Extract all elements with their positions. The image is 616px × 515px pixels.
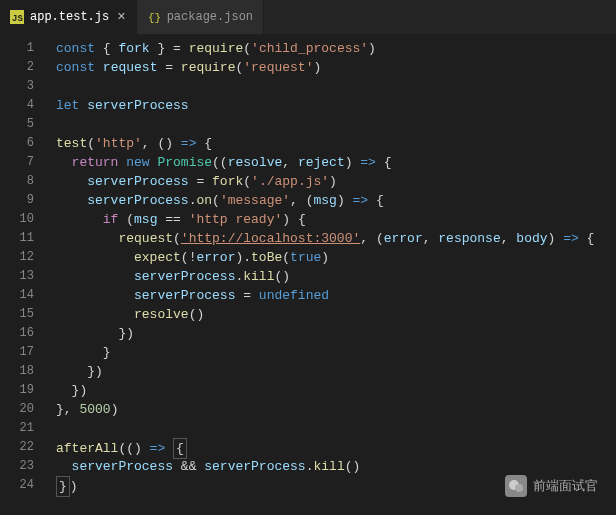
svg-text:JS: JS (12, 14, 23, 24)
line-number: 14 (0, 286, 48, 305)
code-line[interactable]: test('http', () => { (56, 134, 616, 153)
tab-label: package.json (167, 10, 253, 24)
code-line[interactable] (56, 419, 616, 438)
line-number: 23 (0, 457, 48, 476)
line-number: 21 (0, 419, 48, 438)
line-number: 5 (0, 115, 48, 134)
code-line[interactable]: }) (56, 362, 616, 381)
code-line[interactable]: const { fork } = require('child_process'… (56, 39, 616, 58)
line-number: 6 (0, 134, 48, 153)
tab-app-test-js[interactable]: JS app.test.js × (0, 0, 137, 34)
js-icon: JS (10, 10, 24, 24)
code-line[interactable]: } (56, 343, 616, 362)
line-number: 15 (0, 305, 48, 324)
line-number: 16 (0, 324, 48, 343)
svg-point-4 (515, 484, 523, 492)
line-number: 11 (0, 229, 48, 248)
line-number: 17 (0, 343, 48, 362)
tab-label: app.test.js (30, 10, 109, 24)
tab-bar: JS app.test.js × {} package.json (0, 0, 616, 35)
line-number: 19 (0, 381, 48, 400)
line-number: 18 (0, 362, 48, 381)
line-number: 7 (0, 153, 48, 172)
line-numbers: 123456789101112131415161718192021222324 (0, 35, 48, 515)
code-line[interactable]: }, 5000) (56, 400, 616, 419)
watermark-text: 前端面试官 (533, 477, 598, 495)
code-line[interactable] (56, 115, 616, 134)
code-line[interactable]: const request = require('request') (56, 58, 616, 77)
line-number: 8 (0, 172, 48, 191)
code-area[interactable]: const { fork } = require('child_process'… (48, 35, 616, 515)
code-line[interactable]: serverProcess.on('message', (msg) => { (56, 191, 616, 210)
code-line[interactable] (56, 77, 616, 96)
line-number: 22 (0, 438, 48, 457)
wechat-icon (505, 475, 527, 497)
tab-package-json[interactable]: {} package.json (137, 0, 264, 34)
line-number: 12 (0, 248, 48, 267)
code-line[interactable]: serverProcess = fork('./app.js') (56, 172, 616, 191)
code-line[interactable]: serverProcess.kill() (56, 267, 616, 286)
watermark: 前端面试官 (505, 475, 598, 497)
line-number: 9 (0, 191, 48, 210)
line-number: 3 (0, 77, 48, 96)
line-number: 4 (0, 96, 48, 115)
code-line[interactable]: serverProcess = undefined (56, 286, 616, 305)
close-icon[interactable]: × (117, 10, 125, 24)
code-line[interactable]: afterAll(() => { (56, 438, 616, 457)
code-line[interactable]: request('http://localhost:3000', (error,… (56, 229, 616, 248)
line-number: 24 (0, 476, 48, 495)
json-icon: {} (147, 10, 161, 24)
code-line[interactable]: resolve() (56, 305, 616, 324)
editor: 123456789101112131415161718192021222324 … (0, 35, 616, 515)
line-number: 13 (0, 267, 48, 286)
line-number: 1 (0, 39, 48, 58)
code-line[interactable]: if (msg == 'http ready') { (56, 210, 616, 229)
line-number: 20 (0, 400, 48, 419)
code-line[interactable]: let serverProcess (56, 96, 616, 115)
code-line[interactable]: expect(!error).toBe(true) (56, 248, 616, 267)
code-line[interactable]: serverProcess && serverProcess.kill() (56, 457, 616, 476)
code-line[interactable]: }) (56, 381, 616, 400)
line-number: 2 (0, 58, 48, 77)
code-line[interactable]: }) (56, 324, 616, 343)
svg-text:{}: {} (148, 12, 161, 24)
code-line[interactable]: return new Promise((resolve, reject) => … (56, 153, 616, 172)
line-number: 10 (0, 210, 48, 229)
